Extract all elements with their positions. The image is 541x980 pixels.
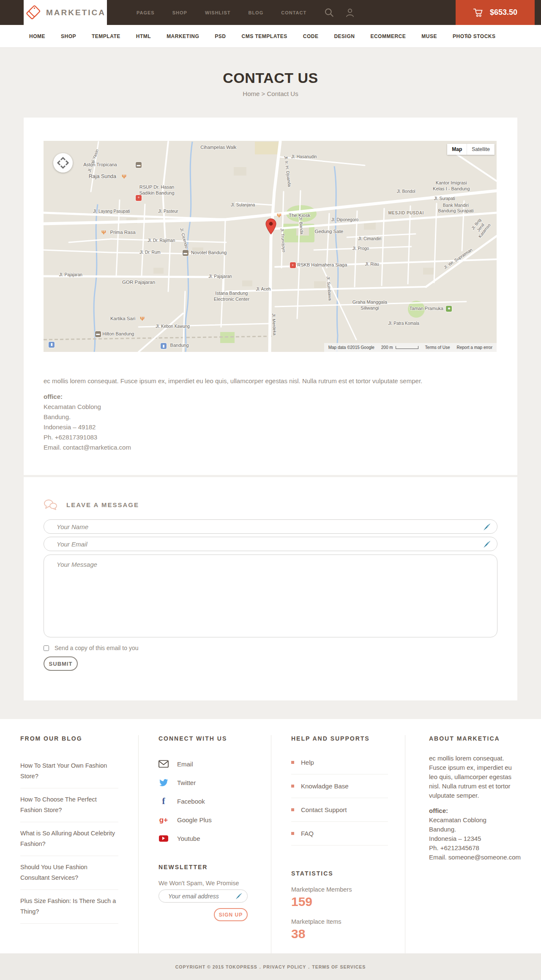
googleplus-icon: g+ bbox=[158, 816, 169, 824]
blog-link[interactable]: How To Start Your Own Fashion Store? bbox=[20, 755, 118, 788]
map-terms-link[interactable]: Terms of Use bbox=[425, 345, 450, 350]
blog-link[interactable]: How To Choose The Perfect Fashion Store? bbox=[20, 788, 118, 822]
footer-about-heading: ABOUT MARKETICA bbox=[429, 735, 521, 742]
user-icon[interactable] bbox=[345, 8, 355, 18]
about-text: ec mollis lorem consequat. Fusce ipsum e… bbox=[429, 754, 521, 800]
map-poi-icon: Ψ bbox=[101, 229, 107, 235]
chat-bubbles-icon bbox=[44, 499, 57, 510]
category-nav: HOMESHOPTEMPLATEHTMLMARKETINGPSDCMS TEMP… bbox=[0, 25, 541, 48]
category-nav-item[interactable]: MARKETING bbox=[167, 33, 199, 39]
twitter-icon bbox=[158, 779, 169, 787]
office-label: office: bbox=[429, 806, 521, 815]
category-nav-item[interactable]: CODE bbox=[303, 33, 319, 39]
send-copy-checkbox[interactable] bbox=[44, 645, 49, 651]
help-link[interactable]: Contact Support bbox=[291, 806, 388, 822]
pen-icon bbox=[235, 892, 243, 900]
map-poi-icon: + bbox=[290, 262, 296, 268]
form-heading: LEAVE A MESSAGE bbox=[66, 501, 139, 508]
name-input[interactable] bbox=[44, 519, 497, 534]
breadcrumb-home[interactable]: Home bbox=[243, 90, 260, 97]
privacy-policy-link[interactable]: PRIVACY POLICY bbox=[263, 964, 306, 969]
map-attribution: Map data ©2015 Google 200 m Terms of Use… bbox=[324, 343, 497, 352]
category-nav-item[interactable]: PHOTO STOCKS bbox=[453, 33, 496, 39]
footer-connect-column: CONNECT WITH US Email Twitter f Facebook… bbox=[138, 735, 271, 953]
email-input[interactable] bbox=[44, 537, 497, 551]
cart-icon bbox=[473, 8, 484, 18]
map-pan-control[interactable] bbox=[53, 153, 73, 173]
email-icon bbox=[158, 760, 169, 768]
category-nav-item[interactable]: TEMPLATE bbox=[92, 33, 120, 39]
terms-link[interactable]: TERMS OF SERVICES bbox=[312, 964, 366, 969]
blog-link[interactable]: Plus Size Fashion: Is There Such a Thing… bbox=[20, 890, 118, 924]
office-line: Email. contact@marketica.com bbox=[44, 442, 497, 453]
category-nav-item[interactable]: HOME bbox=[29, 33, 45, 39]
footer-help-heading: HELP AND SUPPORTS bbox=[291, 735, 388, 742]
newsletter-email-input[interactable] bbox=[158, 889, 248, 903]
map-scale: 200 m bbox=[381, 345, 418, 350]
category-nav-item[interactable]: PSD bbox=[215, 33, 226, 39]
top-nav-item[interactable]: SHOP bbox=[172, 10, 187, 15]
tag-logo-icon bbox=[25, 3, 42, 22]
footer-help-column: HELP AND SUPPORTS Help Knowladge Base Co… bbox=[271, 735, 405, 953]
office-line: Ph. +62817391083 bbox=[44, 432, 497, 442]
page-header: CONTACT US Home > Contact Us bbox=[0, 48, 541, 118]
statistics-heading: STATISTICS bbox=[291, 870, 388, 877]
blog-link[interactable]: What is So Alluring About Celebrity Fash… bbox=[20, 822, 118, 856]
social-link-email[interactable]: Email bbox=[158, 759, 254, 769]
signup-button[interactable]: SIGN UP bbox=[214, 908, 248, 921]
breadcrumb-current: Contact Us bbox=[267, 90, 298, 97]
map-poi-icon: ▬ bbox=[95, 331, 101, 337]
help-link[interactable]: Knowladge Base bbox=[291, 782, 388, 798]
page-title: CONTACT US bbox=[0, 70, 541, 86]
message-textarea[interactable] bbox=[44, 555, 497, 637]
newsletter-section: NEWSLETTER We Won't Spam, We Promise SIG… bbox=[158, 864, 254, 921]
top-nav-item[interactable]: CONTACT bbox=[281, 10, 306, 15]
map-poi-icon: Ψ bbox=[276, 212, 282, 218]
category-nav-item[interactable]: ECOMMERCE bbox=[370, 33, 406, 39]
top-nav-item[interactable]: WISHLIST bbox=[205, 10, 231, 15]
blog-link[interactable]: Should You Use Fashion Consultant Servic… bbox=[20, 856, 118, 890]
map-poi-icon: ▬ bbox=[136, 162, 142, 168]
about-office-block: office: Kecamatan Coblong Bandung. Indon… bbox=[429, 806, 521, 862]
footer-blog-heading: FROM OUR BLOG bbox=[20, 735, 121, 742]
top-nav-item[interactable]: PAGES bbox=[137, 10, 155, 15]
chevron-double-down-icon[interactable] bbox=[465, 33, 471, 39]
map-type-satellite-button[interactable]: Satellite bbox=[467, 144, 495, 155]
map-marker-pin[interactable] bbox=[265, 218, 276, 237]
category-nav-item[interactable]: SHOP bbox=[61, 33, 76, 39]
breadcrumb-separator: > bbox=[262, 90, 265, 97]
newsletter-tagline: We Won't Spam, We Promise bbox=[158, 880, 254, 887]
google-map[interactable]: Ψ▬+ΨΨ▬+♣Ψ▬▮▮ Cihampelas WalkJl. Hasanudi… bbox=[44, 141, 497, 352]
office-line: Ph. +6212345678 bbox=[429, 843, 521, 853]
office-line: Bandung. bbox=[44, 412, 497, 422]
social-link-googleplus[interactable]: g+ Google Plus bbox=[158, 815, 254, 825]
bullet-icon bbox=[291, 808, 294, 811]
footer-about-column: ABOUT MARKETICA ec mollis lorem consequa… bbox=[405, 735, 521, 953]
category-nav-item[interactable]: MUSE bbox=[421, 33, 437, 39]
category-nav-item[interactable]: HTML bbox=[136, 33, 151, 39]
logo[interactable]: MARKETICA bbox=[24, 0, 107, 25]
stat-value: 159 bbox=[291, 895, 388, 909]
breadcrumb: Home > Contact Us bbox=[0, 90, 541, 97]
search-icon[interactable] bbox=[324, 8, 334, 18]
help-link[interactable]: FAQ bbox=[291, 830, 388, 845]
submit-button[interactable]: SUBMIT bbox=[44, 656, 78, 671]
newsletter-heading: NEWSLETTER bbox=[158, 864, 254, 870]
office-line: Bandung. bbox=[429, 825, 521, 834]
cart-button[interactable]: $653.50 bbox=[456, 0, 535, 25]
stat-value: 38 bbox=[291, 927, 388, 941]
social-link-youtube[interactable]: Youtube bbox=[158, 833, 254, 843]
help-link[interactable]: Help bbox=[291, 759, 388, 774]
office-label: office: bbox=[44, 392, 497, 402]
pen-icon bbox=[483, 523, 491, 531]
map-type-map-button[interactable]: Map bbox=[447, 144, 467, 155]
top-nav-item[interactable]: BLOG bbox=[248, 10, 263, 15]
social-link-twitter[interactable]: Twitter bbox=[158, 777, 254, 788]
social-link-facebook[interactable]: f Facebook bbox=[158, 796, 254, 806]
map-data-credit: Map data ©2015 Google bbox=[328, 345, 374, 350]
pen-icon bbox=[483, 540, 491, 548]
category-nav-item[interactable]: CMS TEMPLATES bbox=[241, 33, 287, 39]
map-report-error-link[interactable]: Report a map error bbox=[457, 345, 492, 350]
category-nav-item[interactable]: DESIGN bbox=[334, 33, 355, 39]
map-poi-icon: ▬ bbox=[183, 250, 189, 256]
